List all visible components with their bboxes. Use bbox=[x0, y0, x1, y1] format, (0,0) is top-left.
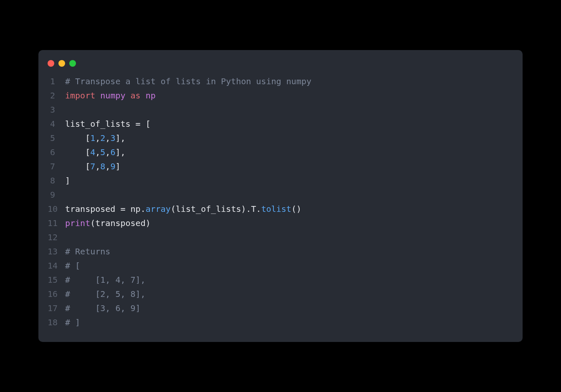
token: ] bbox=[115, 161, 120, 171]
zoom-icon[interactable] bbox=[69, 60, 76, 67]
code-line[interactable]: 9 bbox=[48, 188, 513, 202]
code-line[interactable]: 3 bbox=[48, 103, 513, 117]
token: 6 bbox=[110, 147, 115, 157]
code-content[interactable]: # Transpose a list of lists in Python us… bbox=[65, 74, 311, 88]
token: np bbox=[146, 90, 156, 101]
code-line[interactable]: 15# [1, 4, 7], bbox=[48, 273, 513, 287]
token: () bbox=[291, 204, 301, 214]
code-content[interactable] bbox=[65, 230, 70, 244]
code-content[interactable]: import numpy as np bbox=[65, 88, 156, 103]
code-line[interactable]: 16# [2, 5, 8], bbox=[48, 287, 513, 301]
code-content[interactable]: # [1, 4, 7], bbox=[65, 273, 146, 287]
token bbox=[141, 90, 146, 101]
code-line[interactable]: 1# Transpose a list of lists in Python u… bbox=[48, 74, 513, 88]
code-content[interactable]: [1,2,3], bbox=[65, 131, 126, 145]
code-line[interactable]: 14# [ bbox=[48, 259, 513, 273]
token: numpy bbox=[100, 90, 125, 101]
token: print bbox=[65, 218, 90, 228]
code-content[interactable]: # ] bbox=[65, 315, 80, 329]
code-line[interactable]: 7 [7,8,9] bbox=[48, 159, 513, 173]
code-content[interactable]: print(transposed) bbox=[65, 216, 151, 230]
token: transposed bbox=[65, 204, 120, 214]
token: [ bbox=[65, 133, 90, 143]
token bbox=[95, 90, 100, 101]
line-number: 9 bbox=[48, 188, 65, 202]
code-content[interactable]: # Returns bbox=[65, 244, 110, 259]
code-content[interactable]: # [ bbox=[65, 259, 80, 273]
token: import bbox=[65, 90, 95, 101]
code-content[interactable]: ] bbox=[65, 173, 70, 188]
minimize-icon[interactable] bbox=[58, 60, 65, 67]
token: # [3, 6, 9] bbox=[65, 303, 141, 313]
code-content[interactable]: # [3, 6, 9] bbox=[65, 301, 141, 315]
token: , bbox=[95, 161, 100, 171]
token: 5 bbox=[100, 147, 105, 157]
code-window: 1# Transpose a list of lists in Python u… bbox=[38, 50, 523, 342]
token: np bbox=[126, 204, 141, 214]
code-content[interactable] bbox=[65, 103, 70, 117]
code-content[interactable]: transposed = np.array(list_of_lists).T.t… bbox=[65, 202, 301, 216]
token: [ bbox=[141, 119, 151, 129]
token: as bbox=[131, 90, 141, 101]
token: ] bbox=[65, 176, 70, 186]
token: # Transpose a list of lists in Python us… bbox=[65, 76, 311, 86]
token: 3 bbox=[110, 133, 115, 143]
token: , bbox=[105, 147, 110, 157]
code-line[interactable]: 12 bbox=[48, 230, 513, 244]
code-content[interactable]: [4,5,6], bbox=[65, 145, 126, 159]
code-line[interactable]: 4list_of_lists = [ bbox=[48, 117, 513, 131]
line-number: 12 bbox=[48, 230, 65, 244]
token: 8 bbox=[100, 161, 105, 171]
line-number: 11 bbox=[48, 216, 65, 230]
token: . bbox=[141, 204, 146, 214]
token: 2 bbox=[100, 133, 105, 143]
line-number: 16 bbox=[48, 287, 65, 301]
code-area[interactable]: 1# Transpose a list of lists in Python u… bbox=[38, 74, 523, 329]
token: list_of_lists bbox=[65, 119, 136, 129]
code-line[interactable]: 8] bbox=[48, 173, 513, 188]
code-content[interactable] bbox=[65, 188, 70, 202]
token bbox=[126, 90, 131, 101]
line-number: 5 bbox=[48, 131, 65, 145]
code-content[interactable]: [7,8,9] bbox=[65, 159, 121, 173]
token: array bbox=[146, 204, 171, 214]
token: # ] bbox=[65, 317, 80, 327]
code-line[interactable]: 18# ] bbox=[48, 315, 513, 329]
token: 9 bbox=[110, 161, 115, 171]
code-line[interactable]: 2import numpy as np bbox=[48, 88, 513, 103]
code-line[interactable]: 17# [3, 6, 9] bbox=[48, 301, 513, 315]
token: ], bbox=[115, 147, 125, 157]
token: . bbox=[256, 204, 261, 214]
code-line[interactable]: 11print(transposed) bbox=[48, 216, 513, 230]
code-content[interactable]: # [2, 5, 8], bbox=[65, 287, 146, 301]
line-number: 13 bbox=[48, 244, 65, 259]
code-line[interactable]: 10transposed = np.array(list_of_lists).T… bbox=[48, 202, 513, 216]
token: T bbox=[251, 204, 256, 214]
token: , bbox=[105, 133, 110, 143]
line-number: 2 bbox=[48, 88, 65, 103]
token: (list_of_lists). bbox=[171, 204, 251, 214]
token: , bbox=[105, 161, 110, 171]
line-number: 4 bbox=[48, 117, 65, 131]
token: # [1, 4, 7], bbox=[65, 275, 146, 285]
code-line[interactable]: 6 [4,5,6], bbox=[48, 145, 513, 159]
line-number: 17 bbox=[48, 301, 65, 315]
line-number: 18 bbox=[48, 315, 65, 329]
token: # Returns bbox=[65, 246, 110, 256]
token: , bbox=[95, 147, 100, 157]
line-number: 3 bbox=[48, 103, 65, 117]
code-line[interactable]: 13# Returns bbox=[48, 244, 513, 259]
window-titlebar bbox=[38, 60, 523, 74]
line-number: 6 bbox=[48, 145, 65, 159]
token: # [2, 5, 8], bbox=[65, 289, 146, 299]
line-number: 8 bbox=[48, 173, 65, 188]
token: ], bbox=[115, 133, 125, 143]
code-line[interactable]: 5 [1,2,3], bbox=[48, 131, 513, 145]
close-icon[interactable] bbox=[48, 60, 54, 67]
code-content[interactable]: list_of_lists = [ bbox=[65, 117, 151, 131]
token: tolist bbox=[261, 204, 291, 214]
token: 1 bbox=[90, 133, 95, 143]
token: 4 bbox=[90, 147, 95, 157]
token: , bbox=[95, 133, 100, 143]
token: [ bbox=[65, 147, 90, 157]
